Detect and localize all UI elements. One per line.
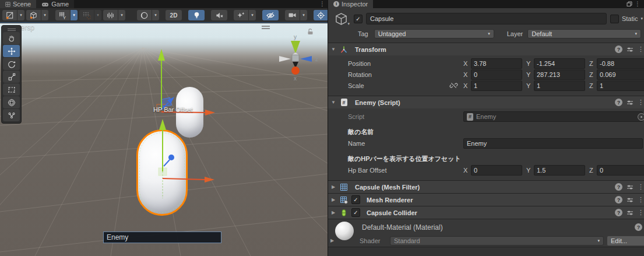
- mesh-renderer-enabled-checkbox[interactable]: ✓: [351, 195, 360, 204]
- more-icon[interactable]: ⋮: [638, 209, 644, 216]
- position-y-field[interactable]: -1.254: [534, 58, 585, 69]
- name-field[interactable]: Enemy: [463, 138, 643, 149]
- help-icon[interactable]: ?: [615, 183, 622, 191]
- scale-tool-button[interactable]: [3, 71, 20, 83]
- material-foldout-icon[interactable]: ▶: [328, 238, 336, 243]
- presets-icon[interactable]: [627, 197, 634, 204]
- draw-mode-dropdown[interactable]: ▾: [152, 10, 159, 20]
- position-z-field[interactable]: -0.88: [597, 58, 644, 69]
- snap-increment-button[interactable]: [79, 10, 94, 20]
- scene-picking-dropdown[interactable]: ▾: [17, 10, 24, 20]
- gizmos-button[interactable]: [314, 10, 328, 20]
- scene-audio-button[interactable]: [211, 10, 227, 20]
- snap-settings-dropdown[interactable]: ▾: [118, 10, 125, 20]
- constrain-proportions-icon[interactable]: [449, 81, 458, 90]
- more-icon[interactable]: ⋮: [638, 45, 644, 53]
- transform-tool-button[interactable]: [3, 96, 20, 108]
- presets-icon[interactable]: [627, 46, 634, 53]
- hand-tool-button[interactable]: [3, 32, 20, 44]
- hp-offset-gizmo[interactable]: [157, 49, 215, 115]
- capsule-collider-header[interactable]: ▶ ✓ Capsule Collider ? ⋮: [328, 206, 644, 219]
- scene-camera-dropdown[interactable]: ▾: [300, 10, 307, 20]
- more-icon[interactable]: ⋮: [638, 99, 644, 106]
- grid-visibility-dropdown[interactable]: ▾: [71, 10, 78, 20]
- scale-z-field[interactable]: 1: [597, 80, 644, 91]
- move-tool-button[interactable]: [3, 45, 20, 57]
- presets-icon[interactable]: [627, 209, 634, 216]
- rotation-x-field[interactable]: 0: [471, 69, 522, 80]
- foldout-icon[interactable]: ▶: [330, 210, 336, 215]
- hp-offset-z-field[interactable]: 0: [597, 165, 644, 176]
- more-icon[interactable]: ⋮: [638, 196, 644, 204]
- object-picker-icon[interactable]: [638, 113, 644, 121]
- mesh-renderer-header[interactable]: ▶ ✓ Mesh Renderer ? ⋮: [328, 193, 644, 206]
- foldout-icon[interactable]: ▶: [330, 184, 336, 190]
- rotation-row: Rotation X 0 Y 287.213 Z 0.069: [328, 69, 644, 80]
- capsule-collider-enabled-checkbox[interactable]: ✓: [351, 208, 360, 217]
- transform-icon: [339, 45, 349, 54]
- effects-button[interactable]: [234, 10, 248, 20]
- scene-more-menu-icon[interactable]: ⋮: [317, 0, 328, 8]
- tool-handle-rotation-dropdown[interactable]: ▾: [41, 10, 48, 20]
- mesh-filter-header[interactable]: ▶ Capsule (Mesh Filter) ? ⋮: [328, 180, 644, 193]
- foldout-icon[interactable]: ▼: [330, 47, 336, 52]
- grid-visibility-button[interactable]: Y: [55, 10, 70, 20]
- inspector-more-menu-icon[interactable]: ⋮: [632, 0, 643, 8]
- active-checkbox[interactable]: ✓: [354, 15, 363, 23]
- scene-lighting-button[interactable]: [188, 10, 205, 20]
- position-x-field[interactable]: 3.78: [471, 58, 522, 69]
- foldout-icon[interactable]: ▼: [330, 100, 336, 105]
- static-checkbox[interactable]: [610, 15, 619, 23]
- scale-x-field[interactable]: 1: [471, 80, 522, 91]
- enemy-script-header[interactable]: ▼ # Enemy (Script) ? ⋮: [328, 96, 644, 108]
- transform-header[interactable]: ▼ Transform ? ⋮: [328, 43, 644, 55]
- tool-handle-rotation-button[interactable]: [26, 10, 41, 20]
- foldout-icon[interactable]: ▶: [330, 197, 336, 202]
- rotation-z-field[interactable]: 0.069: [597, 69, 644, 80]
- static-dropdown-caret[interactable]: ▾: [641, 16, 643, 21]
- tool-palette-handle[interactable]: [3, 27, 20, 32]
- rotation-y-field[interactable]: 287.213: [534, 69, 585, 80]
- overlay-handle[interactable]: [262, 26, 270, 30]
- help-icon[interactable]: ?: [615, 45, 622, 53]
- tab-scene[interactable]: Scene: [0, 0, 36, 8]
- help-icon[interactable]: ?: [615, 99, 622, 106]
- draw-mode-button[interactable]: [137, 10, 152, 20]
- tab-inspector[interactable]: i Inspector: [328, 0, 373, 8]
- snap-increment-dropdown[interactable]: ▾: [94, 10, 101, 20]
- gameobject-name-field[interactable]: Capsule: [366, 13, 607, 24]
- rotate-tool-button[interactable]: [3, 58, 20, 70]
- scene-camera-button[interactable]: [285, 10, 300, 20]
- move-gizmo[interactable]: [159, 119, 214, 198]
- script-icon: #: [339, 98, 349, 107]
- help-icon[interactable]: ?: [615, 209, 622, 216]
- tab-game[interactable]: Game: [36, 0, 74, 8]
- scene-visibility-button[interactable]: [262, 10, 279, 20]
- snap-settings-button[interactable]: [103, 10, 118, 20]
- shader-edit-button[interactable]: Edit...: [607, 236, 644, 246]
- orientation-gizmo[interactable]: y z x: [271, 33, 320, 82]
- inspector-window-controls: ⋮: [627, 0, 644, 8]
- layer-dropdown[interactable]: Default▾: [527, 29, 641, 38]
- scene-viewport[interactable]: HP Bar Offset Enemy: [0, 23, 328, 256]
- hp-offset-y-field[interactable]: 1.5: [534, 165, 585, 176]
- effects-dropdown[interactable]: ▾: [249, 10, 256, 20]
- help-icon[interactable]: ?: [635, 223, 642, 231]
- presets-icon[interactable]: [627, 99, 634, 106]
- rect-tool-button[interactable]: [3, 83, 20, 96]
- scene-picking-button[interactable]: [2, 10, 17, 20]
- custom-tool-button[interactable]: [3, 109, 20, 121]
- gameobject-icon-button[interactable]: ▾: [332, 11, 350, 26]
- 2d-toggle-button[interactable]: 2D: [166, 10, 182, 20]
- scale-y-field[interactable]: 1: [534, 80, 585, 91]
- hp-offset-x-field[interactable]: 0: [471, 165, 522, 176]
- tag-dropdown[interactable]: Untagged▾: [374, 29, 494, 38]
- presets-icon[interactable]: [627, 184, 634, 191]
- axis-z-label: Z: [589, 60, 597, 67]
- script-object-field[interactable]: # Enemy: [463, 111, 643, 122]
- help-icon[interactable]: ?: [615, 196, 622, 204]
- mesh-filter-title: Capsule (Mesh Filter): [351, 184, 612, 191]
- shader-dropdown[interactable]: Standard▾: [390, 236, 604, 246]
- float-window-icon[interactable]: [627, 1, 632, 7]
- more-icon[interactable]: ⋮: [638, 183, 644, 191]
